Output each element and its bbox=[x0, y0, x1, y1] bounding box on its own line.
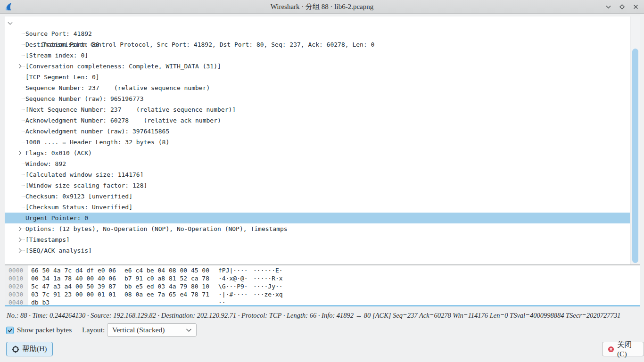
tree-row-label: Destination Port: 80 bbox=[25, 41, 99, 48]
show-packet-bytes-label: Show packet bytes bbox=[17, 326, 72, 334]
tree-row[interactable]: Sequence Number (raw): 965196773 bbox=[5, 93, 630, 104]
tree-row-label: [Conversation completeness: Complete, WI… bbox=[25, 63, 221, 70]
hex-offset: 0020 bbox=[8, 282, 23, 290]
hex-row[interactable]: 0040db b3·· bbox=[5, 298, 640, 306]
hex-bytes: db b3 bbox=[31, 298, 50, 306]
tree-row-label: Flags: 0x010 (ACK) bbox=[25, 149, 92, 156]
tree-row-label: [Stream index: 0] bbox=[25, 52, 88, 59]
tree-row[interactable]: Source Port: 41892 bbox=[5, 28, 630, 39]
tree-row-label: [Calculated window size: 114176] bbox=[25, 171, 143, 178]
tree-row-label: Urgent Pointer: 0 bbox=[25, 214, 88, 222]
close-window-button[interactable] bbox=[632, 3, 639, 11]
chevron-down-icon bbox=[186, 326, 192, 334]
maximize-button[interactable] bbox=[618, 3, 626, 11]
hex-ascii: ·4·x@·@· bbox=[218, 274, 248, 282]
hex-bytes: 03 7c 91 23 00 00 01 01 bbox=[31, 290, 116, 298]
layout-selected-value: Vertical (Stacked) bbox=[107, 326, 186, 334]
hex-ascii: ····Jy·· bbox=[253, 282, 283, 290]
tree-scrollbar[interactable] bbox=[630, 16, 640, 264]
hex-ascii: ···ze·xq bbox=[253, 290, 283, 298]
tree-row[interactable]: Checksum: 0x9123 [unverified] bbox=[5, 191, 630, 202]
close-button-label: 关闭(C) bbox=[617, 340, 638, 358]
hex-bytes: bb e5 ed 03 4a 79 80 10 bbox=[124, 282, 209, 290]
checkmark-icon bbox=[8, 328, 13, 333]
hex-offset: 0030 bbox=[8, 290, 23, 298]
tree-row[interactable]: [Next Sequence Number: 237 (relative seq… bbox=[5, 104, 630, 115]
title-bar: Wireshark · 分组 88 · lib6-2.pcapng bbox=[0, 0, 644, 14]
show-packet-bytes-checkbox[interactable] bbox=[6, 327, 14, 334]
tree-row-label: Sequence Number: 237 (relative sequence … bbox=[25, 84, 210, 91]
tree-row-label: [Checksum Status: Unverified] bbox=[25, 204, 132, 211]
tree-row-tcp-root[interactable]: Transmission Control Protocol, Src Port:… bbox=[5, 17, 630, 28]
layout-label: Layout: bbox=[82, 326, 105, 334]
hex-row[interactable]: 00205c 47 a3 a4 00 50 39 87bb e5 ed 03 4… bbox=[5, 282, 640, 290]
tree-row[interactable]: Acknowledgment Number: 60278 (relative a… bbox=[5, 115, 630, 126]
tree-row-label: Sequence Number (raw): 965196773 bbox=[25, 95, 143, 102]
tree-row[interactable]: [Stream index: 0] bbox=[5, 50, 630, 61]
packet-bytes-pane[interactable]: 000066 50 4a 7c d4 df e0 06e6 c4 be 04 0… bbox=[5, 265, 640, 306]
layout-select[interactable]: Vertical (Stacked) bbox=[107, 323, 197, 337]
hex-ascii: ·· bbox=[218, 298, 226, 306]
tree-scrollbar-thumb[interactable] bbox=[632, 49, 638, 263]
window-title: Wireshark · 分组 88 · lib6-2.pcapng bbox=[0, 0, 644, 14]
hex-offset: 0010 bbox=[8, 274, 23, 282]
hex-ascii: ······E· bbox=[253, 266, 283, 274]
tree-row[interactable]: [SEQ/ACK analysis] bbox=[5, 245, 630, 256]
tree-row-label: 1000 .... = Header Length: 32 bytes (8) bbox=[25, 139, 169, 146]
tree-row[interactable]: [Timestamps] bbox=[5, 234, 630, 245]
hex-bytes: 66 50 4a 7c d4 df e0 06 bbox=[31, 266, 116, 274]
close-button[interactable]: 关闭(C) bbox=[602, 342, 644, 356]
tree-row-label: Checksum: 0x9123 [unverified] bbox=[25, 193, 132, 200]
hex-offset: 0000 bbox=[8, 266, 23, 274]
minimize-button[interactable] bbox=[604, 3, 612, 11]
tree-row[interactable]: [TCP Segment Len: 0] bbox=[5, 72, 630, 82]
help-button-label: 帮助(H) bbox=[22, 344, 47, 354]
tree-row[interactable]: [Checksum Status: Unverified] bbox=[5, 202, 630, 213]
packet-detail-tree: Transmission Control Protocol, Src Port:… bbox=[5, 16, 640, 264]
hex-bytes: b7 91 c0 a8 81 52 ca 78 bbox=[124, 274, 209, 282]
hex-ascii: fPJ|···· bbox=[218, 266, 248, 274]
tree-guide-line bbox=[21, 29, 21, 256]
hex-bytes: e6 c4 be 04 08 00 45 00 bbox=[124, 266, 209, 274]
tree-row-label: [Window size scaling factor: 128] bbox=[25, 182, 147, 189]
tree-row[interactable]: 1000 .... = Header Length: 32 bytes (8) bbox=[5, 137, 630, 148]
tree-row[interactable]: Options: (12 bytes), No-Operation (NOP),… bbox=[5, 223, 630, 234]
tree-row[interactable]: [Window size scaling factor: 128] bbox=[5, 180, 630, 191]
tree-row-label: [TCP Segment Len: 0] bbox=[25, 74, 99, 81]
lifebuoy-help-icon bbox=[12, 346, 19, 353]
chevron-expanded-icon[interactable] bbox=[8, 20, 13, 25]
tree-row[interactable]: Sequence Number: 237 (relative sequence … bbox=[5, 82, 630, 93]
tree-row-label: Options: (12 bytes), No-Operation (NOP),… bbox=[25, 225, 288, 232]
hex-bytes: 08 0a ee 7a 65 e4 78 71 bbox=[124, 290, 209, 298]
tree-row-label: Acknowledgment Number: 60278 (relative a… bbox=[25, 117, 221, 124]
hex-row[interactable]: 001000 34 1a 78 40 00 40 06b7 91 c0 a8 8… bbox=[5, 274, 640, 282]
tree-row-label: [Next Sequence Number: 237 (relative seq… bbox=[25, 106, 236, 113]
tree-row-label: [Timestamps] bbox=[25, 236, 70, 243]
tree-row-label: [SEQ/ACK analysis] bbox=[25, 247, 92, 254]
hex-row[interactable]: 000066 50 4a 7c d4 df e0 06e6 c4 be 04 0… bbox=[5, 266, 640, 274]
help-button[interactable]: 帮助(H) bbox=[6, 342, 53, 356]
tree-row[interactable]: [Calculated window size: 114176] bbox=[5, 169, 630, 180]
hex-ascii: ·|·#···· bbox=[218, 290, 248, 298]
hex-offset: 0040 bbox=[8, 298, 23, 306]
tree-row[interactable]: Acknowledgment number (raw): 3976415865 bbox=[5, 126, 630, 137]
tree-row[interactable]: Window: 892 bbox=[5, 158, 630, 169]
tree-row-selected[interactable]: Urgent Pointer: 0 bbox=[5, 213, 630, 223]
hex-ascii: ·····R·x bbox=[253, 274, 283, 282]
red-circle-x-icon bbox=[608, 346, 614, 353]
tree-row-label: Acknowledgment number (raw): 3976415865 bbox=[25, 128, 169, 135]
tree-row[interactable]: Flags: 0x010 (ACK) bbox=[5, 148, 630, 158]
hex-bytes: 5c 47 a3 a4 00 50 39 87 bbox=[31, 282, 116, 290]
tree-row-label: Source Port: 41892 bbox=[25, 30, 92, 37]
hex-bytes: 00 34 1a 78 40 00 40 06 bbox=[31, 274, 116, 282]
packet-summary-status: No.: 88 · Time: 0.244264130 · Source: 19… bbox=[7, 312, 638, 320]
tree-row[interactable]: [Conversation completeness: Complete, WI… bbox=[5, 61, 630, 72]
hex-ascii: \G···P9· bbox=[218, 282, 248, 290]
hex-row[interactable]: 003003 7c 91 23 00 00 01 0108 0a ee 7a 6… bbox=[5, 290, 640, 298]
tree-row-label: Window: 892 bbox=[25, 160, 66, 167]
